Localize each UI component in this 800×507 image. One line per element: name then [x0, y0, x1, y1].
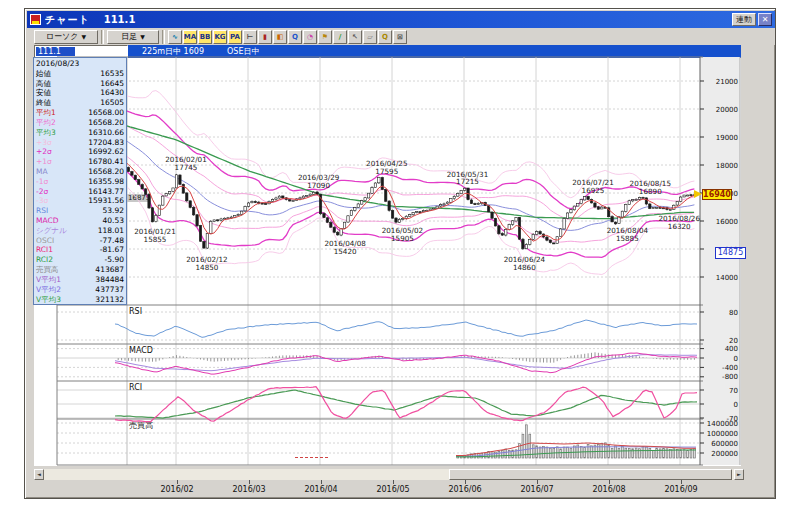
search-icon[interactable]: Q [378, 30, 392, 44]
current-price-marker: 16940 [702, 189, 732, 200]
scroll-left-icon[interactable]: ◄ [34, 469, 44, 480]
info-panel-row: OSCI-77.48 [36, 236, 124, 246]
x-axis-month-label: 2016/09 [659, 485, 703, 494]
info-panel-row: RCI1-81.67 [36, 245, 124, 255]
x-axis-month-label: 2016/08 [587, 485, 631, 494]
settings-icon[interactable]: ◔ [303, 30, 317, 44]
app-icon [30, 14, 41, 25]
chevron-down-icon: ▼ [81, 33, 86, 40]
contract-info-bar: 225m日中 1609 OSE日中 [128, 45, 741, 58]
info-panel-row: シグナル118.01 [36, 226, 124, 236]
info-panel-row: -2σ16143.77 [36, 187, 124, 197]
x-axis-month-label: 2016/06 [443, 485, 487, 494]
x-axis-tick [177, 480, 178, 484]
ruler-icon[interactable]: ⊢ [243, 30, 257, 44]
trendline-icon[interactable]: ∕ [333, 30, 347, 44]
info-panel-row: V平均2437737 [36, 285, 124, 295]
x-axis-tick [681, 480, 682, 484]
info-panel-row: MACD40.53 [36, 216, 124, 226]
cursor-icon[interactable]: ↖ [348, 30, 362, 44]
close-icon[interactable]: ✕ [758, 13, 772, 26]
x-axis-tick [249, 480, 250, 484]
info-panel-row: +3σ17204.83 [36, 138, 124, 148]
link-button[interactable]: 連動 [732, 13, 756, 26]
low-price-marker: 14875 [715, 247, 746, 259]
x-axis-tick [393, 480, 394, 484]
current-price-arrow-icon [694, 190, 702, 198]
chevron-down-icon: ▼ [140, 33, 145, 40]
period-dropdown[interactable]: 日足▼ [107, 30, 159, 44]
info-panel-row: V平均3321132 [36, 295, 124, 305]
horizontal-scrollbar: ◄ ► [34, 469, 744, 480]
window-title: チャート [45, 13, 90, 27]
x-axis-tick [465, 480, 466, 484]
x-axis-tick [537, 480, 538, 484]
ma-indicator-icon[interactable]: MA [183, 30, 197, 44]
x-axis-month-label: 2016/02 [155, 485, 199, 494]
info-panel-row: -3σ15931.56 [36, 196, 124, 206]
x-axis-month-label: 2016/04 [299, 485, 343, 494]
x-axis-dates: 2016/022016/032016/042016/052016/062016/… [25, 480, 777, 498]
eraser-icon[interactable]: ▱ [363, 30, 377, 44]
contract-label: 225m日中 1609 [142, 45, 204, 58]
toolbar-separator [101, 30, 104, 44]
info-panel-row: RCI2-5.90 [36, 255, 124, 265]
line-mode-icon[interactable]: ∿ [168, 30, 182, 44]
scrollbar-thumb[interactable] [449, 469, 732, 480]
bb-indicator-icon[interactable]: BB [198, 30, 212, 44]
info-panel-row: 高値16645 [36, 79, 124, 89]
info-panel-row: V平均1384484 [36, 275, 124, 285]
info-panel-row: MA16568.20 [36, 167, 124, 177]
info-panel-row: 平均116568.00 [36, 108, 124, 118]
info-panel-row: 始値16535 [36, 69, 124, 79]
chart-window: チャート 111.1 連動 ✕ ローソク▼ 日足▼ ∿MABBKGPA⊢▮◧Q◔… [24, 8, 776, 499]
scroll-right-icon[interactable]: ► [734, 469, 744, 480]
info-panel: 2016/08/23始値16535高値16645安値16430終値16505平均… [33, 57, 127, 305]
x-axis-tick [609, 480, 610, 484]
compare-chart-icon[interactable]: ◧ [273, 30, 287, 44]
info-panel-row: -1σ16355.98 [36, 177, 124, 187]
x-axis-tick [321, 480, 322, 484]
delete-box-icon[interactable]: ⊠ [393, 30, 407, 44]
x-axis-month-label: 2016/07 [515, 485, 559, 494]
chart-type-dropdown[interactable]: ローソク▼ [34, 30, 98, 44]
toolbar-separator [162, 30, 165, 44]
info-panel-row: 安値16430 [36, 88, 124, 98]
kg-indicator-icon[interactable]: KG [213, 30, 227, 44]
x-axis-month-label: 2016/03 [227, 485, 271, 494]
x-axis-month-label: 2016/05 [371, 485, 415, 494]
title-bar[interactable]: チャート 111.1 連動 ✕ [27, 11, 775, 28]
series-start-label: 16875 [127, 194, 151, 202]
info-panel-row: +2σ16992.62 [36, 147, 124, 157]
info-panel-row: 平均316310.66 [36, 128, 124, 138]
zoom-icon[interactable]: Q [288, 30, 302, 44]
info-panel-row: 2016/08/23 [36, 59, 124, 69]
info-panel-row: 売買高413687 [36, 265, 124, 275]
candle-chart-icon[interactable]: ▮ [258, 30, 272, 44]
chart-area[interactable] [34, 58, 741, 466]
info-panel-row: 終値16505 [36, 98, 124, 108]
info-panel-row: RSI53.92 [36, 206, 124, 216]
session-label: OSE日中 [227, 45, 259, 58]
info-panel-row: +1σ16780.41 [36, 157, 124, 167]
flag-icon[interactable]: ⚑ [318, 30, 332, 44]
toolbar: ローソク▼ 日足▼ ∿MABBKGPA⊢▮◧Q◔⚑∕↖▱Q⊠ [27, 28, 775, 45]
pa-indicator-icon[interactable]: PA [228, 30, 242, 44]
info-panel-row: 平均216568.20 [36, 118, 124, 128]
window-title-symbol: 111.1 [104, 14, 136, 25]
